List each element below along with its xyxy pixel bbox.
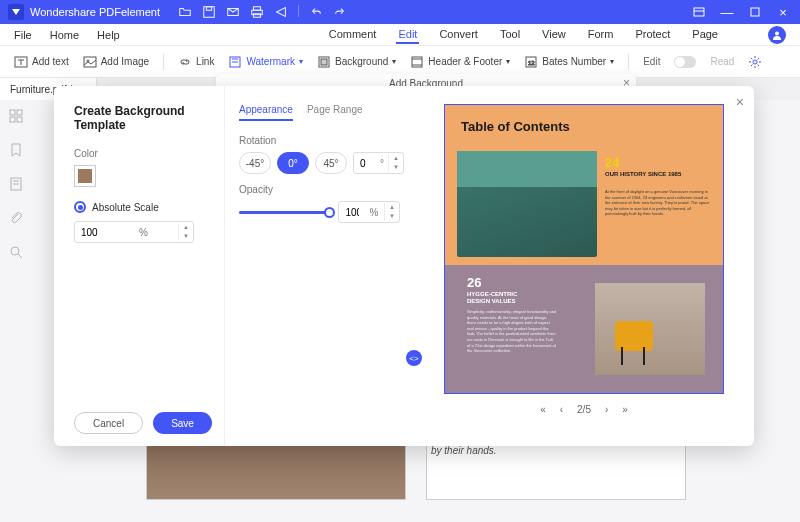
- spinner[interactable]: ▲▼: [388, 154, 403, 172]
- absolute-scale-input[interactable]: % ▲▼: [74, 221, 194, 243]
- tab-appearance[interactable]: Appearance: [239, 104, 293, 121]
- chevron-down-icon: ▾: [610, 57, 614, 66]
- share-icon[interactable]: [274, 5, 288, 19]
- attachment-icon[interactable]: [8, 210, 24, 226]
- maximize-icon[interactable]: [746, 3, 764, 21]
- bates-icon: 12: [524, 55, 538, 69]
- gear-icon[interactable]: [748, 55, 762, 69]
- menu-help[interactable]: Help: [97, 29, 120, 41]
- open-icon[interactable]: [178, 5, 192, 19]
- doc-text-block: by their hands.: [426, 440, 686, 500]
- svg-rect-5: [254, 14, 261, 18]
- preview-body-1: At the front of daylight on a genuine Va…: [605, 189, 711, 217]
- menu-home[interactable]: Home: [50, 29, 79, 41]
- preview-heading-1: OUR HISTORY SINCE 1985: [605, 171, 685, 178]
- cancel-button[interactable]: Cancel: [74, 412, 143, 434]
- svg-rect-6: [694, 8, 704, 16]
- color-swatch[interactable]: [74, 165, 96, 187]
- pager-next-icon[interactable]: ›: [605, 404, 608, 415]
- opacity-value-field[interactable]: [339, 207, 365, 218]
- rotation-0-button[interactable]: 0°: [277, 152, 309, 174]
- rotation-label: Rotation: [239, 135, 400, 146]
- divider: [298, 5, 299, 17]
- user-avatar-icon[interactable]: [768, 26, 786, 44]
- menubar: File Home Help Comment Edit Convert Tool…: [0, 24, 800, 46]
- undo-icon[interactable]: [309, 5, 323, 19]
- menu-edit[interactable]: Edit: [396, 26, 419, 44]
- chevron-down-icon: ▾: [506, 57, 510, 66]
- spinner[interactable]: ▲▼: [178, 223, 193, 241]
- bates-number-button[interactable]: 12Bates Number▾: [524, 55, 614, 69]
- watermark-button[interactable]: Watermark▾: [228, 55, 303, 69]
- mail-icon[interactable]: [226, 5, 240, 19]
- add-text-button[interactable]: Add text: [14, 55, 69, 69]
- background-button[interactable]: Background▾: [317, 55, 396, 69]
- link-button[interactable]: Link: [178, 55, 214, 69]
- save-button[interactable]: Save: [153, 412, 212, 434]
- app-name: Wondershare PDFelement: [30, 6, 160, 18]
- modal-panel-appearance: Appearance Page Range Rotation -45° 0° 4…: [224, 86, 414, 446]
- menu-page[interactable]: Page: [690, 26, 720, 44]
- create-background-modal: × Create Background Template Color Absol…: [54, 86, 754, 446]
- close-icon[interactable]: ×: [774, 3, 792, 21]
- save-icon[interactable]: [202, 5, 216, 19]
- rotation-input[interactable]: ° ▲▼: [353, 152, 404, 174]
- edit-mode-label: Edit: [643, 56, 660, 67]
- rotation-value-field[interactable]: [354, 158, 376, 169]
- chevron-down-icon: ▾: [299, 57, 303, 66]
- color-label: Color: [74, 148, 204, 159]
- modal-title: Create Background Template: [74, 104, 204, 132]
- modal-panel-settings: Create Background Template Color Absolut…: [54, 86, 224, 446]
- menu-comment[interactable]: Comment: [327, 26, 379, 44]
- opacity-input[interactable]: % ▲▼: [338, 201, 400, 223]
- preview-title: Table of Contents: [461, 119, 570, 134]
- rotation-neg45-button[interactable]: -45°: [239, 152, 271, 174]
- header-footer-button[interactable]: Header & Footer▾: [410, 55, 510, 69]
- add-image-button[interactable]: Add Image: [83, 55, 149, 69]
- svg-point-24: [11, 247, 19, 255]
- pager-last-icon[interactable]: »: [622, 404, 628, 415]
- pager-prev-icon[interactable]: ‹: [560, 404, 563, 415]
- menu-view[interactable]: View: [540, 26, 568, 44]
- preview-heading-2: HYGGE-CENTRIC DESIGN VALUES: [467, 291, 537, 305]
- opacity-slider[interactable]: [239, 205, 330, 219]
- spinner[interactable]: ▲▼: [384, 203, 399, 221]
- menu-tool[interactable]: Tool: [498, 26, 522, 44]
- link-icon: [178, 55, 192, 69]
- preview-page-num-2: 26: [467, 275, 481, 290]
- svg-rect-7: [751, 8, 759, 16]
- watermark-icon: [228, 55, 242, 69]
- pager-status: 2/5: [577, 404, 591, 415]
- edit-read-toggle[interactable]: [674, 56, 696, 68]
- svg-point-18: [753, 60, 757, 64]
- menu-file[interactable]: File: [14, 29, 32, 41]
- redo-icon[interactable]: [333, 5, 347, 19]
- scale-value-field[interactable]: [75, 227, 135, 238]
- chevron-down-icon: ▾: [392, 57, 396, 66]
- preview-body-2: Simplicity, craftsmanship, elegant funct…: [467, 309, 557, 354]
- app-logo-icon: [8, 4, 24, 20]
- absolute-scale-radio[interactable]: Absolute Scale: [74, 201, 204, 213]
- search-icon[interactable]: [8, 244, 24, 260]
- doc-image: [146, 440, 406, 500]
- radio-icon: [74, 201, 86, 213]
- pager-first-icon[interactable]: «: [540, 404, 546, 415]
- print-icon[interactable]: [250, 5, 264, 19]
- menu-protect[interactable]: Protect: [633, 26, 672, 44]
- svg-rect-20: [17, 110, 22, 115]
- menu-convert[interactable]: Convert: [437, 26, 480, 44]
- divider: [163, 54, 164, 70]
- svg-rect-0: [204, 7, 215, 18]
- tab-page-range[interactable]: Page Range: [307, 104, 363, 121]
- divider: [628, 54, 629, 70]
- menu-form[interactable]: Form: [586, 26, 616, 44]
- thumbnails-icon[interactable]: [8, 108, 24, 124]
- modal-panel-preview: Table of Contents 24 OUR HISTORY SINCE 1…: [414, 86, 754, 446]
- image-icon: [83, 55, 97, 69]
- rotation-45-button[interactable]: 45°: [315, 152, 347, 174]
- minimize-icon[interactable]: —: [718, 3, 736, 21]
- layers-icon[interactable]: [8, 176, 24, 192]
- nav-icon[interactable]: [690, 3, 708, 21]
- bookmark-icon[interactable]: [8, 142, 24, 158]
- preview-image-2: [595, 283, 705, 375]
